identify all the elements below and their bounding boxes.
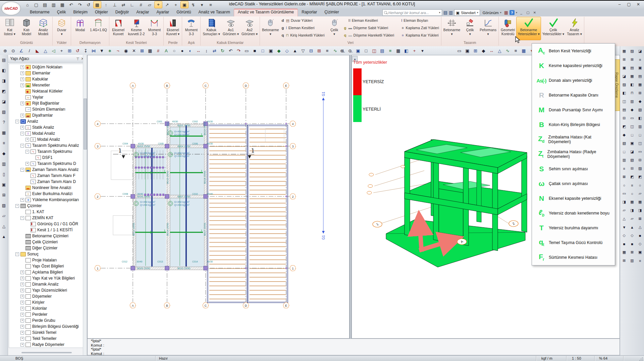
right-tool-c-icon-3[interactable]: ▤ [636,73,644,80]
tab--izimler[interactable]: Çizimler [321,9,342,16]
tree-item-s-rekli-temel[interactable]: +Sürekli Temel [9,329,83,336]
analiz-tasarim-button[interactable]: AnalizTasarım ▾ [566,17,583,40]
tree-expander-icon[interactable]: − [25,150,29,154]
right-tool-b-icon-18[interactable]: ▦ [629,198,636,205]
right-tool-c-icon-12[interactable]: ▭ [636,148,644,155]
toolbar-icon-38[interactable]: ⊟ [307,47,315,55]
tab-raporlar[interactable]: Raporlar [298,9,321,16]
quick-access-icon-21[interactable]: ≡ [207,1,215,8]
ribbon-row-duvar-y-kleri[interactable]: d▤Duvar Yükleri [282,17,325,23]
right-tool-b-icon-20[interactable]: ▱ [629,215,636,222]
right-tool-c-icon-7[interactable]: ▧ [636,106,644,113]
idecad-logo[interactable]: ideCAD [1,1,21,15]
pin-icon[interactable]: ⊥ [75,57,80,61]
right-tool-b-icon-5[interactable]: ⊓ [629,89,636,97]
tree-expander-icon[interactable]: − [20,132,24,135]
tree-item-tasar-m-spektrumu-d[interactable]: +∿Tasarım Spektrumu D [9,161,83,167]
toolbar-icon-3[interactable]: / [25,47,33,55]
toolbar-icon-9[interactable]: ↺ [74,47,82,55]
right-tool-b-icon-6[interactable]: ▥ [629,98,636,105]
toolbar-mid-icon-5[interactable]: ▤ [378,47,386,55]
right-tool-c-icon-19[interactable]: ◨ [636,207,644,214]
tree-expander-icon[interactable]: − [20,144,24,147]
menu-item-eksenel-kapasite-yetersizli-i[interactable]: NEksenel kapasite yetersizliği [532,191,615,206]
right-tool-a-icon-0[interactable]: ▦ [621,48,628,55]
analiz-modeli-button[interactable]: AnalizModeli [35,17,52,40]
right-tool-c-icon-14[interactable]: ▨ [636,165,644,172]
toolbar-far-icon-2[interactable]: ⊞ [472,47,479,55]
right-tool-a-icon-13[interactable]: ▥ [621,157,628,164]
tree-item-birle-im-b-lgesi-g-venli-i[interactable]: +Birleşim Bölgesi Güvenliği [9,323,83,329]
tree-item-betonarme-izimleri[interactable]: +Betonarme Çizimleri [9,233,83,239]
right-tool-b-icon-10[interactable]: □ [629,131,636,138]
right-tool-b-icon-12[interactable]: ◪ [629,148,636,155]
ribbon-row-eleman-boylar-[interactable]: IEleman Boyları [397,17,439,23]
eksenel-kuvvet-button[interactable]: EksenelKuvvet [110,17,127,40]
tree-item-tasar-m-spektrumu[interactable]: −∿Tasarım Spektrumu [9,148,83,155]
tree-expander-icon[interactable]: + [20,325,24,328]
minimize-icon[interactable]: – [615,1,624,7]
quick-access-icon-1[interactable]: ▢ [32,1,40,8]
status-zoom[interactable]: % 64 [599,356,607,360]
right-tool-a-icon-7[interactable]: ▤ [621,106,628,113]
toolbar-mid-icon-10[interactable]: ▾ [419,47,426,55]
tree-item-mesnetler[interactable]: +Mesnetler [9,82,83,88]
tree-item-zaman-tan-m-alan-f[interactable]: +∿Zaman Tanım Alanı F [9,173,83,179]
kat-listesi-button[interactable]: Katlistesi ▾ [1,17,18,40]
tree-item-yap-d-zensizlikleri[interactable]: +Yapı Düzensizlikleri [9,287,83,293]
tree-scrollbar[interactable] [83,55,87,355]
right-tool-b-icon-8[interactable]: ▭ [629,115,636,122]
toolbar-far-icon-7[interactable]: ≡ [512,47,520,55]
right-tool-c-icon-1[interactable]: ≡ [636,56,644,63]
toolbar-icon-29[interactable]: ↷ [235,47,243,55]
geometri-kontrolu-button[interactable]: GeometriKontrolü [499,17,516,40]
tree-item-statik-analiz[interactable]: +⊥Statik Analiz [9,124,83,130]
right-tool-a-icon-21[interactable]: ▼ [621,224,628,231]
left-tool-icon-12[interactable]: ▣ [0,181,8,188]
toolbar-icon-20[interactable]: A [162,47,170,55]
toolbar-icon-15[interactable]: ◉ [122,47,130,55]
tree-expander-icon[interactable]: − [15,120,19,123]
tree-item-d-emeler[interactable]: +Döşemeler [9,293,83,299]
right-tool-c-icon-18[interactable]: ▦ [636,198,644,205]
tree-item-proje-hatalar-[interactable]: +Proje Hataları [9,257,83,263]
right-tool-b-icon-25[interactable]: ▥ [629,257,636,264]
right-tool-c-icon-22[interactable]: ■ [636,232,644,239]
quick-access-icon-18[interactable]: ▣ [180,1,189,8]
tree-expander-icon[interactable]: + [20,319,24,322]
quick-access-icon-9[interactable]: ↑ [102,1,110,8]
tree-item-s-n-m-elemanlar-[interactable]: +⊣Sönüm Elemanları [9,106,83,112]
tree-item-modal-analiz[interactable]: −ΣModal Analiz [9,130,83,136]
status-unit[interactable]: kgf / m [541,356,552,360]
right-tool-a-icon-25[interactable]: ⊞ [621,257,628,264]
right-tool-c-icon-23[interactable]: ◇ [636,240,644,247]
left-tool-icon-6[interactable]: ? [0,119,8,126]
toolbar-far-icon-4[interactable]: ↔ [488,47,495,55]
layer-stack-icon[interactable]: ▤ [443,10,447,15]
kabuk-sonuclari-button[interactable]: KabukSonuçları ▾ [201,17,221,40]
tree-expander-icon[interactable]: + [20,283,24,286]
toolbar-icon-26[interactable]: ⇄ [211,47,218,55]
right-tool-c-icon-6[interactable]: ◆ [636,98,644,105]
tree-item-diyaframlar[interactable]: +Diyaframlar [9,112,83,118]
doc-minimize-icon[interactable]: _ [519,10,524,15]
quick-access-icon-10[interactable]: ⊥ [111,1,119,8]
style-combo[interactable]: ▣ Standart ▾ [454,9,480,16]
ribbon-row-d-eme-sabit-y-kleri[interactable]: g▬Döşeme Sabit Yükleri [344,25,394,31]
as1-gorunen-button[interactable]: As1Görünen ▾ [221,17,240,40]
menu-item-z-mbalama-hatas-kat-d-emeleri-[interactable]: ZdZımbalama Hatası (Kat Döşemeleri) [532,132,615,147]
tree-item-sonu-[interactable]: −Sonuç [9,251,83,257]
right-tool-c-icon-8[interactable]: ◧ [636,115,644,122]
tree-item-a-klama-bilgileri[interactable]: +Açıklama Bilgileri [9,269,83,275]
tab-objeler[interactable]: Objeler [91,9,112,16]
command-search-input[interactable]: Herhangi bir komut ara... ▾ [382,9,442,16]
left-tool-icon-0[interactable]: ▤ [0,56,8,64]
veri-betonarme-button[interactable]: Betonarme▾ [261,17,280,40]
right-tool-b-icon-13[interactable]: ▧ [629,157,636,164]
right-tool-c-icon-25[interactable]: ≡ [636,257,644,264]
tree-item-noktasal-k-tleler[interactable]: +Noktasal Kütleler [9,88,83,94]
right-tool-a-icon-4[interactable]: ▨ [621,81,628,88]
toolbar-icon-40[interactable]: ≡ [323,47,331,55]
menu-item-temel-ta-ma-g-c-kontrol-[interactable]: qtTemel Taşıma Gücü Kontrolü [532,235,615,250]
left-tool-icon-17[interactable]: ▲ [0,233,8,240]
